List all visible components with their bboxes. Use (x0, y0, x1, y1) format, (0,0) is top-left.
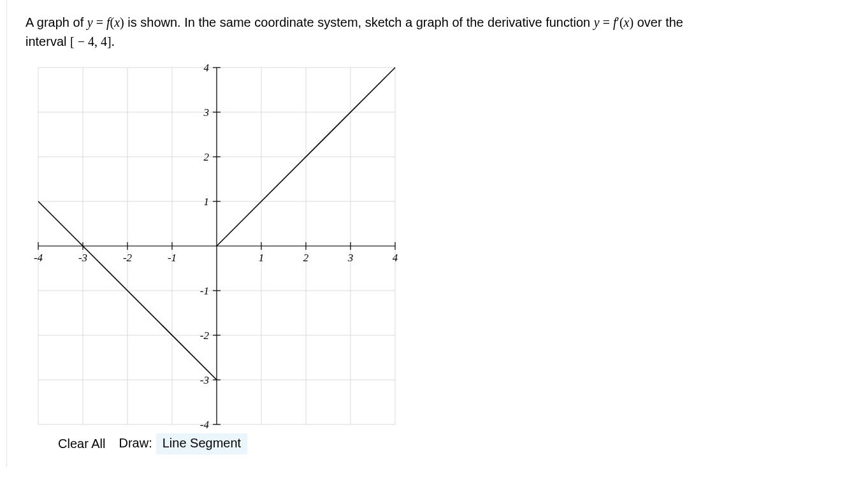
prompt-text-2: is shown. In the same coordinate system,… (124, 15, 594, 29)
draw-tool-line-segment[interactable]: Line Segment (156, 433, 247, 454)
prompt-int-a: 4 (88, 34, 94, 48)
prompt-close-1: ) (120, 15, 124, 29)
prompt-period: . (112, 34, 115, 48)
x-tick-label: 2 (303, 252, 309, 264)
graph-canvas[interactable]: -4-3-2-11234-4-3-2-11234 (32, 61, 401, 431)
y-tick-label: 1 (204, 196, 210, 208)
prompt-int-b: 4 (101, 34, 107, 48)
prompt-text-1: A graph of (25, 15, 87, 29)
x-tick-label: -3 (78, 252, 87, 264)
prompt-int-minus: − (75, 34, 88, 48)
x-tick-label: 4 (393, 252, 398, 264)
question-prompt: A graph of y = f(x) is shown. In the sam… (25, 13, 727, 51)
x-tick-label: 3 (347, 252, 354, 264)
y-tick-label: -4 (200, 419, 210, 431)
prompt-x-1: x (114, 15, 120, 29)
prompt-eq-2: = (600, 15, 613, 29)
y-tick-label: 3 (203, 106, 210, 119)
y-tick-label: 4 (204, 62, 210, 74)
x-tick-label: 1 (259, 252, 264, 264)
prompt-int-comma: , (94, 34, 101, 48)
x-tick-label: -2 (123, 252, 133, 264)
x-tick-label: -1 (168, 252, 177, 264)
y-tick-label: -3 (200, 374, 209, 386)
clear-all-button[interactable]: Clear All (51, 433, 112, 454)
x-tick-label: -4 (34, 252, 43, 264)
prompt-y-var-2: y (594, 15, 600, 29)
y-tick-label: 2 (204, 151, 210, 163)
draw-toolbar: Clear All Draw: Line Segment (51, 433, 843, 454)
y-tick-label: -2 (200, 329, 210, 342)
draw-label: Draw: (112, 433, 156, 454)
y-tick-label: -1 (200, 285, 209, 297)
graph-canvas-container: -4-3-2-11234-4-3-2-11234 Clear All Draw:… (32, 61, 843, 454)
prompt-y-var: y (87, 15, 93, 29)
prompt-int-open: [ (70, 34, 75, 48)
prompt-open-2: ( (619, 15, 624, 29)
prompt-eq-1: = (93, 15, 106, 29)
prompt-int-close: ] (107, 34, 112, 48)
